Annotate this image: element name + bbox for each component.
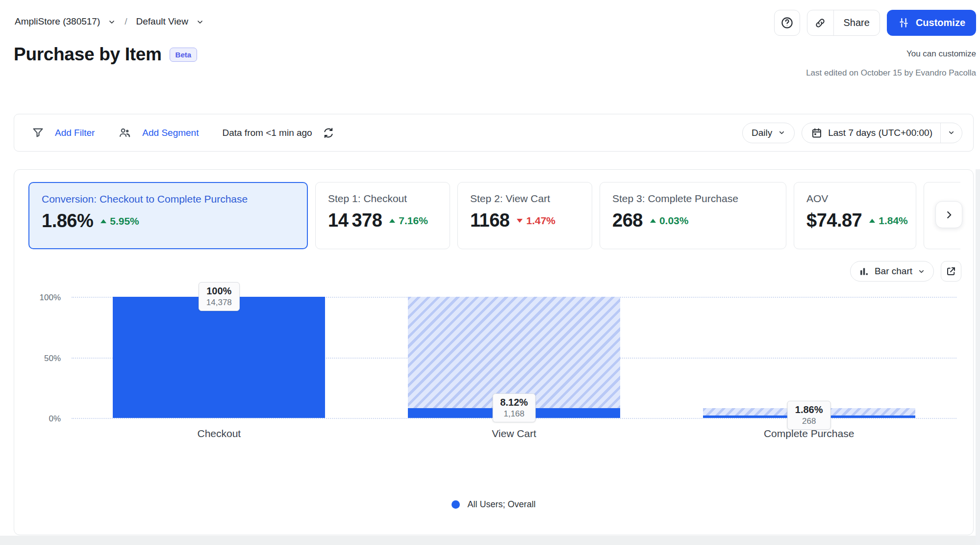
granularity-label: Daily <box>752 128 772 138</box>
x-axis-label-complete-purchase: Complete Purchase <box>661 428 956 440</box>
metric-card-step2-view-cart[interactable]: Step 2: View Cart 1168 1.47% <box>457 182 592 249</box>
add-filter-label: Add Filter <box>55 128 95 138</box>
legend-dot-icon <box>452 500 460 509</box>
page-bottom-strip <box>0 536 980 545</box>
chevron-right-icon <box>944 209 955 220</box>
metric-delta: 1.84% <box>869 215 908 227</box>
customize-note: You can customize <box>906 49 976 59</box>
granularity-dropdown[interactable]: Daily <box>742 123 795 143</box>
dashboard-page: AmpliStore (380517) / Default View Purch… <box>0 0 980 545</box>
title-row: Purchase by Item Beta <box>14 44 197 65</box>
y-axis-tick: 50% <box>44 354 61 363</box>
bar-dropoff-segment[interactable] <box>703 408 915 415</box>
metric-value: 1168 <box>470 210 509 231</box>
y-axis-tick: 100% <box>40 293 61 303</box>
metric-label: Step 2: View Cart <box>470 193 579 205</box>
legend-label: All Users; Overall <box>467 499 535 510</box>
bar-view-cart[interactable]: 8.12% 1,168 <box>367 297 662 418</box>
customize-button[interactable]: Customize <box>887 10 976 36</box>
x-axis-labels: Checkout View Cart Complete Purchase <box>72 428 956 440</box>
metric-card-conversion[interactable]: Conversion: Checkout to Complete Purchas… <box>28 182 308 249</box>
calendar-icon <box>811 127 823 139</box>
date-range-button[interactable]: Last 7 days (UTC+00:00) <box>802 123 940 143</box>
chart-type-dropdown[interactable]: Bar chart <box>850 261 934 282</box>
bar-converted-segment[interactable] <box>408 408 620 418</box>
cards-next-button[interactable] <box>935 201 962 228</box>
funnel-bar-chart: 100% 50% 0% 100% 14,378 8.12% 1,168 <box>72 297 956 418</box>
customize-label: Customize <box>916 17 965 28</box>
bar-checkout[interactable]: 100% 14,378 <box>72 297 367 418</box>
breadcrumb-separator: / <box>125 16 127 27</box>
metric-label: Conversion: Checkout to Complete Purchas… <box>42 193 295 205</box>
bar-chart-icon <box>859 266 869 277</box>
users-icon <box>118 126 131 139</box>
chevron-down-icon <box>108 18 116 26</box>
beta-badge: Beta <box>170 48 198 62</box>
up-arrow-icon <box>101 219 106 223</box>
bar-converted-segment[interactable] <box>113 297 325 418</box>
metric-value: $74.87 <box>806 210 862 231</box>
date-range-label: Last 7 days (UTC+00:00) <box>828 128 932 138</box>
y-axis-tick: 0% <box>49 414 61 424</box>
metric-label: Step 3: Complete Purchase <box>612 193 774 205</box>
metric-card-step3-complete-purchase[interactable]: Step 3: Complete Purchase 268 0.03% <box>600 182 786 249</box>
add-filter-button[interactable]: Add Filter <box>32 127 95 139</box>
gridline-0: 0% <box>72 418 956 419</box>
last-edited-text: Last edited on October 15 by Evandro Pac… <box>806 68 976 78</box>
funnel-icon <box>32 127 44 139</box>
metric-delta: 5.95% <box>101 215 139 227</box>
chevron-down-icon <box>948 129 955 136</box>
filter-toolbar-right: Daily Last 7 days (UTC+00:00) <box>742 123 962 143</box>
chevron-down-icon <box>918 268 925 275</box>
chart-panel: Conversion: Checkout to Complete Purchas… <box>14 169 974 535</box>
metric-label: Step 1: Checkout <box>328 193 437 205</box>
up-arrow-icon <box>869 219 875 223</box>
metric-card-step1-checkout[interactable]: Step 1: Checkout 14 378 7.16% <box>315 182 450 249</box>
metric-delta: 0.03% <box>650 215 689 227</box>
chart-type-label: Bar chart <box>875 266 912 277</box>
up-arrow-icon <box>650 219 656 223</box>
refresh-icon <box>322 127 335 139</box>
view-selector[interactable]: Default View <box>136 16 204 27</box>
help-icon <box>780 16 794 29</box>
chevron-down-icon <box>778 129 785 136</box>
x-axis-label-checkout: Checkout <box>72 428 367 440</box>
project-name: AmpliStore (380517) <box>15 16 100 27</box>
metric-delta: 1.47% <box>517 215 555 227</box>
data-freshness-text: Data from <1 min ago <box>222 128 312 138</box>
metric-card-aov[interactable]: AOV $74.87 1.84% <box>794 182 916 249</box>
x-axis-label-view-cart: View Cart <box>367 428 662 440</box>
add-segment-label: Add Segment <box>142 128 199 138</box>
legend-item-all-users[interactable]: All Users; Overall <box>14 499 973 510</box>
project-selector[interactable]: AmpliStore (380517) <box>15 16 116 27</box>
refresh-button[interactable] <box>322 127 335 139</box>
copy-link-button[interactable] <box>807 10 834 35</box>
bar-complete-purchase[interactable]: 1.86% 268 <box>661 297 956 418</box>
share-button[interactable]: Share <box>834 10 879 35</box>
header-actions: Share Customize <box>774 10 977 36</box>
filter-toolbar: Add Filter Add Segment Data from <1 min … <box>14 114 974 152</box>
bar-converted-segment[interactable] <box>703 415 915 418</box>
metric-value: 268 <box>612 210 643 231</box>
up-arrow-icon <box>389 219 395 223</box>
share-button-group: Share <box>807 10 880 36</box>
date-range-chevron-button[interactable] <box>940 123 962 143</box>
open-in-new-button[interactable] <box>941 261 961 282</box>
metric-label: AOV <box>806 193 904 205</box>
link-icon <box>814 17 827 29</box>
chart-controls: Bar chart <box>850 261 961 282</box>
add-segment-button[interactable]: Add Segment <box>118 126 199 139</box>
metric-cards-row: Conversion: Checkout to Complete Purchas… <box>28 182 960 249</box>
metric-value: 1.86% <box>42 210 93 232</box>
page-right-strip <box>976 169 980 545</box>
sliders-icon <box>898 17 910 29</box>
bar-dropoff-segment[interactable] <box>408 297 620 408</box>
external-link-icon <box>945 265 957 277</box>
metric-value: 14 378 <box>328 210 382 231</box>
date-range-control: Last 7 days (UTC+00:00) <box>802 123 962 143</box>
metric-delta: 7.16% <box>389 215 428 227</box>
help-button[interactable] <box>774 10 800 36</box>
view-name: Default View <box>136 16 188 27</box>
down-arrow-icon <box>517 219 523 223</box>
chevron-down-icon <box>196 18 204 26</box>
